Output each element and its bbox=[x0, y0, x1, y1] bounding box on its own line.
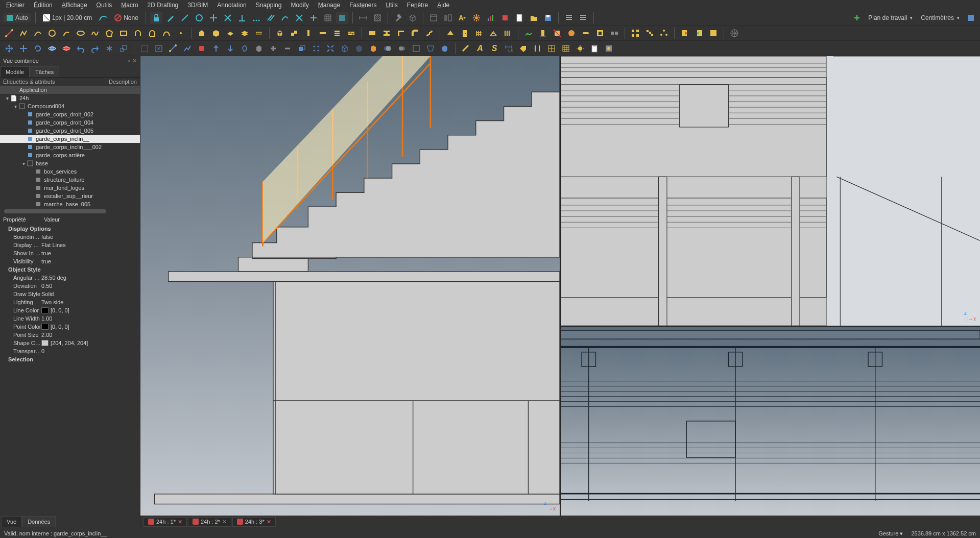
elbow-icon[interactable] bbox=[409, 27, 421, 39]
tree-row[interactable]: garde_corps_droit_004 bbox=[0, 118, 140, 127]
undo-icon[interactable] bbox=[75, 42, 87, 55]
site-icon[interactable] bbox=[522, 27, 535, 39]
dim-icon[interactable]: 1.0 bbox=[503, 42, 515, 55]
prop-row[interactable]: Show In Treetrue bbox=[0, 249, 140, 257]
gesture-dropdown[interactable]: Gesture ▾ bbox=[878, 530, 903, 537]
slab-icon[interactable] bbox=[224, 27, 236, 39]
array1-icon[interactable] bbox=[629, 27, 641, 39]
dimension-icon[interactable] bbox=[357, 12, 369, 24]
array3-icon[interactable] bbox=[658, 27, 670, 39]
overlap-icon[interactable] bbox=[396, 42, 408, 55]
ifc-icon[interactable] bbox=[707, 27, 720, 39]
circle-tool-icon[interactable] bbox=[46, 27, 58, 39]
dots-icon[interactable] bbox=[250, 12, 262, 24]
box3d-icon[interactable] bbox=[407, 12, 419, 24]
section-icon[interactable] bbox=[551, 27, 563, 39]
stack-icon[interactable] bbox=[331, 27, 343, 39]
clipboard-icon[interactable] bbox=[588, 42, 601, 55]
graph-icon[interactable] bbox=[181, 42, 194, 55]
tree-row[interactable]: ▾Compound004 bbox=[0, 102, 140, 110]
menu-macro[interactable]: Macro bbox=[117, 1, 142, 10]
render-icon[interactable] bbox=[603, 42, 615, 55]
remove-icon[interactable] bbox=[281, 42, 294, 55]
snap-move-icon[interactable] bbox=[17, 42, 30, 55]
menu-fichier[interactable]: Fichier bbox=[2, 1, 29, 10]
rotate-icon[interactable] bbox=[32, 42, 44, 55]
text-a2-icon[interactable]: A bbox=[474, 42, 486, 55]
menu-affichage[interactable]: Affichage bbox=[58, 1, 91, 10]
shaded-icon[interactable] bbox=[367, 42, 379, 55]
curve-icon[interactable] bbox=[279, 12, 291, 24]
measure-icon[interactable] bbox=[167, 42, 179, 55]
tree-row[interactable]: garde_corps_droit_002 bbox=[0, 110, 140, 118]
edge-icon[interactable] bbox=[179, 12, 191, 24]
doc-tab[interactable]: 24h : 1*✕ bbox=[144, 517, 187, 527]
component-icon[interactable] bbox=[594, 27, 606, 39]
menu-fasteners[interactable]: Fasteners bbox=[345, 1, 380, 10]
profile3-icon[interactable] bbox=[395, 27, 407, 39]
wp-icon[interactable] bbox=[336, 12, 348, 24]
workplane-dropdown[interactable]: Plan de travail bbox=[865, 13, 916, 22]
move-icon[interactable] bbox=[207, 12, 220, 24]
down-icon[interactable] bbox=[224, 42, 236, 55]
doc-tab[interactable]: 24h : 2*✕ bbox=[188, 517, 231, 527]
lock-icon[interactable] bbox=[150, 12, 162, 24]
prop-row[interactable]: Line Width1.00 bbox=[0, 314, 140, 323]
solid-icon[interactable] bbox=[253, 42, 265, 55]
folder-icon[interactable] bbox=[528, 12, 540, 24]
compass-icon[interactable]: ✚ bbox=[851, 12, 863, 24]
fence-icon[interactable] bbox=[473, 27, 485, 39]
tab-taches[interactable]: Tâches bbox=[30, 66, 59, 77]
plus-icon[interactable] bbox=[307, 12, 320, 24]
cubes-icon[interactable] bbox=[288, 27, 300, 39]
ellipse-icon[interactable] bbox=[75, 27, 87, 39]
polyline-icon[interactable] bbox=[17, 27, 30, 39]
chart-icon[interactable] bbox=[485, 12, 497, 24]
settings-icon[interactable] bbox=[965, 12, 977, 24]
stairs-icon[interactable] bbox=[423, 27, 436, 39]
prop-row[interactable]: Display ModeFlat Lines bbox=[0, 241, 140, 249]
measure2-icon[interactable] bbox=[460, 42, 472, 55]
panel-icon[interactable] bbox=[442, 12, 454, 24]
arch-icon[interactable] bbox=[132, 27, 144, 39]
save-icon[interactable] bbox=[542, 12, 554, 24]
persp-icon[interactable] bbox=[424, 42, 437, 55]
arch2-icon[interactable] bbox=[146, 27, 158, 39]
axis-icon[interactable] bbox=[531, 42, 543, 55]
menu-snapping[interactable]: Snapping bbox=[252, 1, 286, 10]
transparent-icon[interactable] bbox=[381, 42, 394, 55]
tree-row[interactable]: mur_fond_loges bbox=[0, 184, 140, 192]
prop-row[interactable]: Angular De…28.50 deg bbox=[0, 274, 140, 282]
spline-icon[interactable] bbox=[97, 12, 109, 24]
tag-icon[interactable] bbox=[517, 42, 529, 55]
menu-2d[interactable]: 2D Drafting bbox=[144, 1, 183, 10]
tree-row[interactable]: garde_corps arrière bbox=[0, 151, 140, 159]
group-icon[interactable] bbox=[608, 27, 620, 39]
panel-close-icon[interactable]: ✕ bbox=[132, 58, 137, 64]
tree-row[interactable]: garde_corps_inclin___002 bbox=[0, 143, 140, 151]
move2-icon[interactable] bbox=[3, 42, 15, 55]
mirror-icon[interactable] bbox=[103, 42, 115, 55]
prop-row[interactable]: Shape Color[204, 204, 204] bbox=[0, 339, 140, 347]
arc-tool-icon[interactable] bbox=[32, 27, 44, 39]
scale-icon[interactable] bbox=[117, 42, 130, 55]
menu-outils[interactable]: Outils bbox=[92, 1, 116, 10]
level-icon[interactable] bbox=[537, 27, 549, 39]
menu-aide[interactable]: Aide bbox=[433, 1, 453, 10]
truss-icon[interactable] bbox=[487, 27, 499, 39]
tree-row[interactable]: marche_base_005 bbox=[0, 200, 140, 208]
menu-modify[interactable]: Modify bbox=[286, 1, 313, 10]
column-icon[interactable] bbox=[302, 27, 315, 39]
tree-row[interactable]: box_services bbox=[0, 167, 140, 176]
circle-snap-icon[interactable] bbox=[193, 12, 205, 24]
shade2-icon[interactable] bbox=[439, 42, 451, 55]
clone-icon[interactable] bbox=[296, 42, 308, 55]
export1-icon[interactable] bbox=[679, 27, 691, 39]
menu-utils[interactable]: Utils bbox=[382, 1, 402, 10]
hatch-icon[interactable] bbox=[371, 12, 384, 24]
line-width-display[interactable]: 1px | 20.00 cm bbox=[40, 13, 95, 22]
array-icon[interactable] bbox=[310, 42, 322, 55]
stop-icon[interactable] bbox=[196, 42, 208, 55]
add-icon[interactable] bbox=[267, 42, 279, 55]
parallel-icon[interactable] bbox=[265, 12, 277, 24]
